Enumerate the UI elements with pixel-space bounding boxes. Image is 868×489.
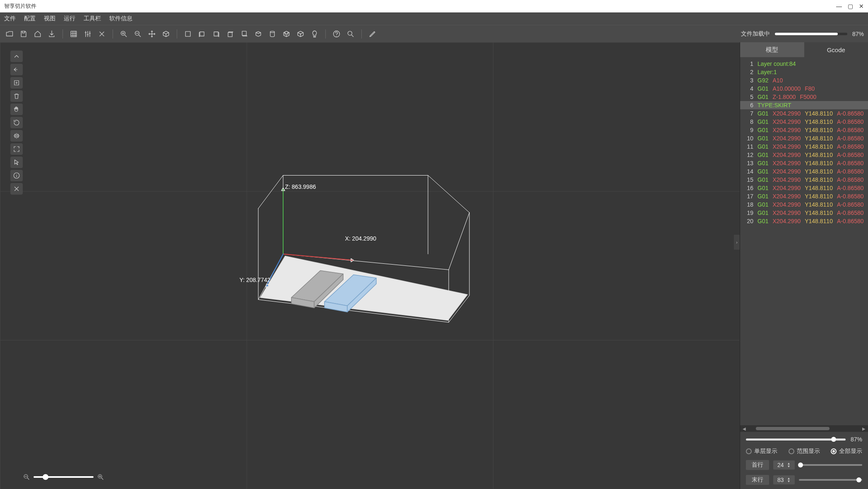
view-iso-icon[interactable] xyxy=(253,29,264,39)
gcode-row[interactable]: 19G01X204.2990Y148.8110A-0.86580 xyxy=(740,209,868,217)
svg-marker-13 xyxy=(281,188,285,190)
cursor-icon[interactable] xyxy=(10,157,23,168)
first-line-slider[interactable] xyxy=(799,464,863,466)
view-top-icon[interactable] xyxy=(225,29,236,39)
chevron-up-icon[interactable] xyxy=(10,51,23,62)
mirror-icon[interactable] xyxy=(10,130,23,142)
menu-about[interactable]: 软件信息 xyxy=(109,15,132,22)
preview-progress-pct: 87% xyxy=(851,436,862,443)
zoom-out-icon[interactable] xyxy=(132,29,143,39)
gcode-row[interactable]: 14G01X204.2990Y148.8110A-0.86580 xyxy=(740,167,868,176)
open-icon[interactable] xyxy=(4,29,15,39)
gcode-row[interactable]: 16G01X204.2990Y148.8110A-0.86580 xyxy=(740,184,868,192)
load-progress xyxy=(775,33,847,35)
tools-icon[interactable] xyxy=(10,183,23,195)
help-icon[interactable] xyxy=(331,29,342,39)
tab-gcode[interactable]: Gcode xyxy=(804,42,868,57)
gcode-row[interactable]: 11G01X204.2990Y148.8110A-0.86580 xyxy=(740,142,868,151)
svg-rect-2 xyxy=(185,31,190,36)
gcode-row[interactable]: 20G01X204.2990Y148.8110A-0.86580 xyxy=(740,217,868,225)
view-left-icon[interactable] xyxy=(197,29,207,39)
menu-file[interactable]: 文件 xyxy=(4,15,16,22)
gcode-row[interactable]: 5G01Z-1.8000F5000 xyxy=(740,93,868,101)
cylinder-icon[interactable] xyxy=(267,29,278,39)
light-icon[interactable] xyxy=(309,29,320,39)
gcode-row[interactable]: 2Layer:1 xyxy=(740,68,868,76)
y-axis-label: Y: 208.7742 xyxy=(240,277,271,283)
loading-pct: 87% xyxy=(852,31,864,37)
zoom-slider[interactable] xyxy=(23,473,104,481)
svg-point-6 xyxy=(348,31,352,35)
add-layer-icon[interactable] xyxy=(10,77,23,89)
toolbar: 文件加载中 87% xyxy=(0,25,868,42)
edit-icon[interactable] xyxy=(367,29,378,39)
menu-toolbar[interactable]: 工具栏 xyxy=(84,15,101,22)
loading-label: 文件加载中 xyxy=(741,30,770,38)
gcode-row[interactable]: 7G01X204.2990Y148.8110A-0.86580 xyxy=(740,109,868,118)
svg-marker-11 xyxy=(351,258,353,262)
x-axis-label: X: 204.2990 xyxy=(345,235,377,242)
maximize-button[interactable]: ▢ xyxy=(848,3,853,10)
close-button[interactable]: ✕ xyxy=(859,3,864,10)
menu-bar: 文件 配置 视图 运行 工具栏 软件信息 xyxy=(0,12,868,25)
grid-icon[interactable] xyxy=(68,29,79,39)
export-icon[interactable] xyxy=(46,29,57,39)
gcode-row[interactable]: 4G01A10.00000F80 xyxy=(740,84,868,93)
gcode-hscroll[interactable]: ◀▶ xyxy=(740,425,868,432)
view-bottom-icon[interactable] xyxy=(239,29,250,39)
wireframe-icon[interactable] xyxy=(281,29,292,39)
first-line-label: 首行 xyxy=(746,460,769,470)
left-tool-strip xyxy=(10,51,23,195)
view-right-icon[interactable] xyxy=(211,29,221,39)
gcode-list[interactable]: 1Layer count:842Layer:13G92A104G01A10.00… xyxy=(740,57,868,425)
build-volume: Z: 863.9986 X: 204.2990 Y: 208.7742 xyxy=(250,171,490,334)
radio-all[interactable]: 全部显示 xyxy=(831,448,862,455)
zoom-out-icon[interactable] xyxy=(23,473,30,481)
trash-icon[interactable] xyxy=(10,90,23,102)
zoom-in-icon[interactable] xyxy=(118,29,129,39)
search-icon[interactable] xyxy=(345,29,356,39)
save-icon[interactable] xyxy=(18,29,29,39)
pan-icon[interactable] xyxy=(10,104,23,115)
menu-view[interactable]: 视图 xyxy=(44,15,55,22)
first-line-spinner[interactable]: 24▲▼ xyxy=(773,460,795,470)
gcode-row[interactable]: 18G01X204.2990Y148.8110A-0.86580 xyxy=(740,200,868,209)
gcode-row[interactable]: 1Layer count:84 xyxy=(740,60,868,68)
last-line-spinner[interactable]: 83▲▼ xyxy=(773,475,795,484)
wrench-icon[interactable] xyxy=(96,29,107,39)
z-axis-label: Z: 863.9986 xyxy=(285,183,316,190)
last-line-label: 末行 xyxy=(746,475,769,485)
gcode-row[interactable]: 13G01X204.2990Y148.8110A-0.86580 xyxy=(740,159,868,167)
zoom-in-icon[interactable] xyxy=(97,473,104,481)
sliders-icon[interactable] xyxy=(82,29,93,39)
grid-cube-icon[interactable] xyxy=(295,29,306,39)
info-icon[interactable] xyxy=(10,170,23,181)
gcode-row[interactable]: 15G01X204.2990Y148.8110A-0.86580 xyxy=(740,176,868,184)
app-title: 智享切片软件 xyxy=(4,2,36,10)
side-panel: 模型 Gcode 1Layer count:842Layer:13G92A104… xyxy=(740,42,868,489)
move-icon[interactable] xyxy=(147,29,157,39)
fullscreen-icon[interactable] xyxy=(10,143,23,155)
rotate-icon[interactable] xyxy=(10,117,23,128)
gcode-row[interactable]: 10G01X204.2990Y148.8110A-0.86580 xyxy=(740,134,868,142)
radio-single-layer[interactable]: 单层显示 xyxy=(746,448,777,455)
collapse-panel-icon[interactable]: › xyxy=(734,235,740,250)
radio-range[interactable]: 范围显示 xyxy=(789,448,820,455)
cube-icon[interactable] xyxy=(161,29,171,39)
last-line-slider[interactable] xyxy=(799,479,863,481)
view-front-icon[interactable] xyxy=(183,29,193,39)
tab-model[interactable]: 模型 xyxy=(740,42,804,57)
gcode-row[interactable]: 9G01X204.2990Y148.8110A-0.86580 xyxy=(740,126,868,134)
gcode-row[interactable]: 6TYPE:SKIRT xyxy=(740,101,868,109)
menu-run[interactable]: 运行 xyxy=(64,15,75,22)
preview-progress-slider[interactable] xyxy=(746,438,846,441)
undo-icon[interactable] xyxy=(10,64,23,75)
viewport-3d[interactable]: Z: 863.9986 X: 204.2990 Y: 208.7742 xyxy=(0,42,740,489)
menu-config[interactable]: 配置 xyxy=(24,15,36,22)
gcode-row[interactable]: 12G01X204.2990Y148.8110A-0.86580 xyxy=(740,151,868,159)
home-icon[interactable] xyxy=(32,29,43,39)
minimize-button[interactable]: — xyxy=(836,3,842,10)
gcode-row[interactable]: 3G92A10 xyxy=(740,76,868,84)
gcode-row[interactable]: 8G01X204.2990Y148.8110A-0.86580 xyxy=(740,118,868,126)
gcode-row[interactable]: 17G01X204.2990Y148.8110A-0.86580 xyxy=(740,192,868,200)
